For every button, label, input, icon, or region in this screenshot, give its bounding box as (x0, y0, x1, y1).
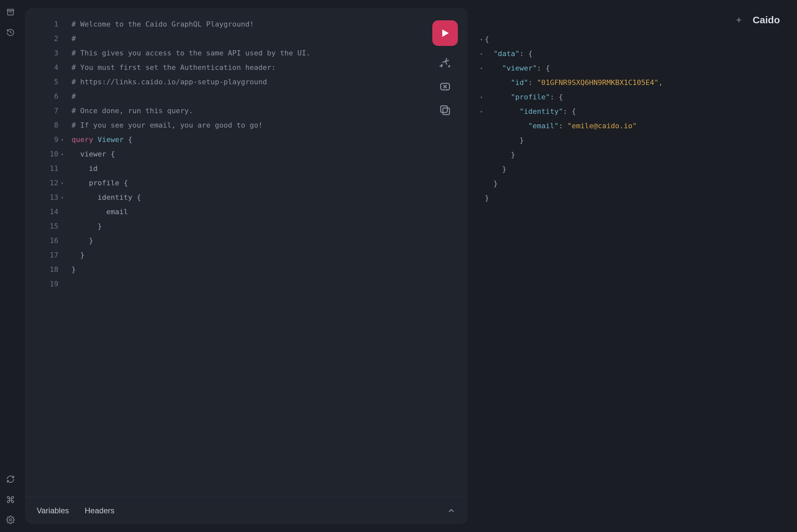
archive-icon[interactable] (6, 8, 15, 16)
code-line: } (72, 248, 458, 262)
fold-toggle[interactable]: ▾ (60, 133, 64, 147)
history-icon[interactable] (6, 28, 15, 37)
code-line: } (72, 219, 458, 233)
run-button[interactable] (432, 20, 458, 46)
code-line: profile { (72, 176, 458, 190)
svg-rect-1 (7, 11, 13, 15)
code-line: email (72, 205, 458, 219)
code-line: # This gives you access to the same API … (72, 46, 458, 60)
json-line: ▾ "identity": { (477, 104, 780, 119)
editor-bottom-panel: Variables Headers (25, 497, 468, 524)
left-rail (0, 0, 21, 532)
json-line: "email": "emile@caido.io" (477, 119, 780, 133)
tab-headers[interactable]: Headers (84, 506, 114, 515)
json-line: ▾{ (477, 32, 780, 46)
fold-toggle[interactable]: ▾ (60, 190, 64, 205)
fold-toggle[interactable]: ▾ (477, 104, 485, 119)
code-line: # Welcome to the Caido GraphQL Playgroun… (72, 17, 458, 32)
gutter-line: 18 (25, 262, 64, 277)
command-icon[interactable] (6, 495, 15, 504)
code-line: viewer { (72, 147, 458, 162)
query-editor-card: 123456789▾10▾1112▾13▾141516171819 # Welc… (25, 8, 468, 524)
code-line: # If you see your email, you are good to… (72, 118, 458, 133)
merge-icon[interactable] (438, 80, 452, 93)
copy-icon[interactable] (438, 103, 452, 117)
json-line: ▾ "data": { (477, 46, 780, 61)
gutter-line: 14 (25, 205, 64, 219)
gutter-line: 1 (25, 17, 64, 32)
fold-toggle[interactable]: ▾ (477, 90, 485, 104)
svg-point-3 (10, 519, 12, 521)
fold-toggle[interactable]: ▾ (60, 147, 64, 162)
json-line: "id": "01GFNR9SXQ6HN9RMKBX1C105E4", (477, 75, 780, 90)
gutter-line: 7 (25, 103, 64, 118)
code-line: } (72, 262, 458, 277)
code-line: } (72, 233, 458, 248)
fold-toggle[interactable]: ▾ (60, 176, 64, 190)
tab-variables[interactable]: Variables (37, 506, 69, 515)
gutter-line: 2 (25, 32, 64, 46)
code-line: # Once done, run this query. (72, 103, 458, 118)
json-line: } (477, 191, 780, 205)
add-tab-button[interactable]: + (734, 15, 743, 25)
code-line: # (72, 89, 458, 103)
gutter-line: 15 (25, 219, 64, 233)
code-line: # You must first set the Authentication … (72, 60, 458, 75)
gear-icon[interactable] (6, 516, 15, 524)
result-pane: + Caido ▾{▾ "data": {▾ "viewer": { "id":… (468, 8, 789, 524)
prettify-icon[interactable] (438, 56, 452, 70)
gutter-line: 5 (25, 75, 64, 89)
json-line: } (477, 162, 780, 176)
refresh-icon[interactable] (6, 475, 15, 483)
gutter-line: 10▾ (25, 147, 64, 162)
gutter-line: 19 (25, 277, 64, 291)
query-editor[interactable]: 123456789▾10▾1112▾13▾141516171819 # Welc… (25, 8, 468, 497)
gutter-line: 16 (25, 233, 64, 248)
result-json[interactable]: ▾{▾ "data": {▾ "viewer": { "id": "01GFNR… (477, 32, 780, 205)
code-line: identity { (72, 190, 458, 205)
chevron-up-icon[interactable] (447, 506, 456, 515)
fold-toggle[interactable]: ▾ (477, 32, 485, 46)
code-line (72, 277, 458, 291)
json-line: } (477, 148, 780, 162)
json-line: ▾ "viewer": { (477, 61, 780, 75)
fold-toggle[interactable]: ▾ (477, 61, 485, 75)
gutter-line: 9▾ (25, 133, 64, 147)
gutter-line: 6 (25, 89, 64, 103)
json-line: ▾ "profile": { (477, 90, 780, 104)
code-line: # https://links.caido.io/app-setup-playg… (72, 75, 458, 89)
json-line: } (477, 133, 780, 148)
gutter-line: 4 (25, 60, 64, 75)
brand-label: Caido (753, 15, 780, 25)
code-line: query Viewer { (72, 133, 458, 147)
svg-rect-5 (443, 108, 449, 114)
gutter-line: 11 (25, 162, 64, 176)
fold-toggle[interactable]: ▾ (477, 46, 485, 61)
code-line: # (72, 32, 458, 46)
code-line: id (72, 162, 458, 176)
gutter-line: 17 (25, 248, 64, 262)
gutter-line: 3 (25, 46, 64, 60)
gutter-line: 8 (25, 118, 64, 133)
gutter-line: 13▾ (25, 190, 64, 205)
svg-rect-6 (441, 106, 448, 113)
gutter-line: 12▾ (25, 176, 64, 190)
json-line: } (477, 176, 780, 191)
